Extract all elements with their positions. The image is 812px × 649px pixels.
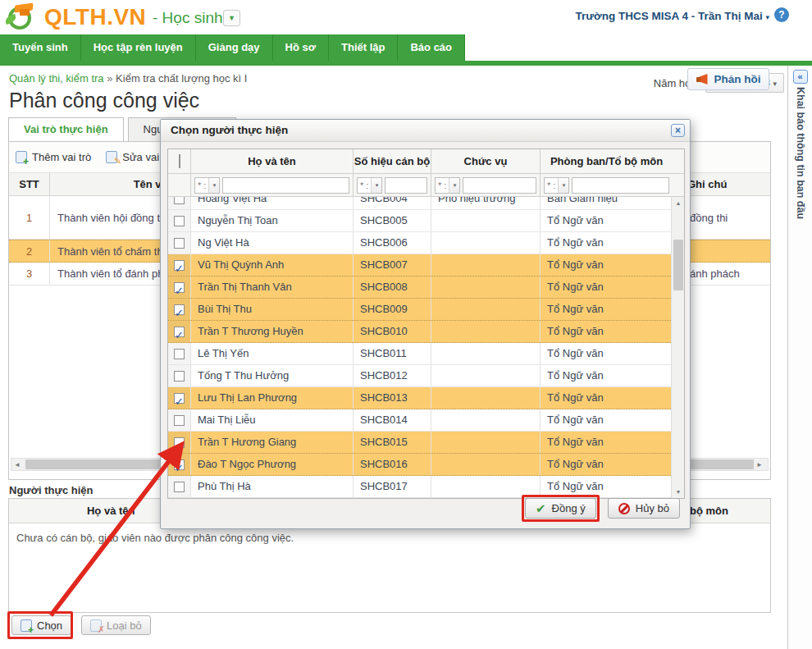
row-checkbox[interactable] (174, 349, 185, 359)
table-row[interactable]: Vũ Thị Quỳnh AnhSHCB007Tổ Ngữ văn (168, 254, 684, 277)
table-row[interactable]: Trần T Hương GiangSHCB015Tổ Ngữ văn (168, 432, 684, 454)
filter-input-position[interactable] (463, 177, 536, 194)
filter-operator-dropdown[interactable]: * :▾ (194, 177, 220, 194)
cell-name: Đào T Ngọc Phương (191, 454, 354, 475)
cell-note (677, 240, 772, 262)
filter-input-code[interactable] (385, 177, 427, 194)
filter-operator-dropdown[interactable]: * :▾ (357, 177, 382, 194)
table-row[interactable]: Mai Thị LiễuSHCB014Tổ Ngữ văn (168, 409, 684, 432)
scroll-left-icon[interactable]: ◄ (11, 461, 23, 468)
ok-button[interactable]: ✔ Đồng ý (525, 498, 596, 519)
cell-code: SHCB011 (354, 343, 431, 364)
row-checkbox[interactable] (174, 327, 185, 337)
cell-stt: 1 (9, 196, 50, 239)
table-row[interactable]: Lưu Thị Lan PhươngSHCB013Tổ Ngữ văn (168, 387, 684, 409)
add-icon: + (16, 151, 27, 163)
cell-code: SHCB013 (354, 387, 431, 409)
row-checkbox[interactable] (174, 437, 185, 448)
remove-icon: ✗ (90, 619, 102, 632)
breadcrumb-parent-link[interactable]: Quản lý thi, kiểm tra (9, 72, 104, 85)
nav-item-hoc-tap-ren-luyen[interactable]: Học tập rèn luyện (81, 34, 196, 61)
table-row[interactable]: Lê Thị YếnSHCB011Tổ Ngữ văn (168, 343, 684, 365)
table-row[interactable]: Đào T Ngọc PhươngSHCB016Tổ Ngữ văn (168, 454, 684, 476)
feedback-button[interactable]: Phản hồi (687, 68, 769, 90)
select-all-checkbox[interactable] (179, 154, 180, 168)
row-checkbox[interactable] (174, 260, 185, 271)
cell-stt: 3 (9, 263, 50, 285)
cell-position (431, 254, 541, 276)
tab-roles[interactable]: Vai trò thực hiện (8, 117, 124, 142)
sidebar-item-initial-declaration[interactable]: Khai báo thông tin ban đầu (795, 87, 806, 251)
cancel-button[interactable]: Hủy bỏ (608, 498, 680, 519)
cell-department: Tổ Ngữ văn (541, 210, 659, 231)
row-checkbox[interactable] (174, 459, 185, 470)
row-checkbox-cell[interactable] (168, 277, 191, 298)
row-checkbox[interactable] (174, 393, 185, 404)
table-row[interactable]: Trần T Thương HuyềnSHCB010Tổ Ngữ văn (168, 321, 684, 343)
scrollbar-thumb[interactable] (673, 240, 683, 290)
column-header-code: Số hiệu cán bộ (354, 149, 431, 173)
school-user-menu[interactable]: Trường THCS MISA 4 - Trần Thị Mai ▾ (576, 10, 769, 22)
row-checkbox-cell[interactable] (168, 254, 191, 276)
filter-input-department[interactable] (572, 177, 669, 194)
column-header-position: Chức vụ (431, 149, 541, 173)
table-row[interactable]: Nguyễn Thị ToanSHCB005Tổ Ngữ văn (168, 210, 684, 232)
cell-position (431, 321, 541, 342)
select-all-cell[interactable] (168, 149, 191, 173)
page-title: Phân công công việc (9, 89, 199, 112)
row-checkbox-cell[interactable] (168, 454, 191, 475)
table-row[interactable]: Ng Việt HàSHCB006Tổ Ngữ văn (168, 232, 684, 254)
row-checkbox-cell[interactable] (168, 232, 191, 254)
nav-item-giang-day[interactable]: Giảng dạy (196, 34, 273, 61)
filter-input-name[interactable] (222, 177, 349, 194)
table-row[interactable]: Trần Thị Thanh VânSHCB008Tổ Ngữ văn (168, 277, 684, 299)
table-row[interactable]: Tống T Thu HưởngSHCB012Tổ Ngữ văn (168, 365, 684, 387)
cell-name: Tống T Thu Hưởng (191, 365, 354, 386)
cell-name: Trần T Thương Huyền (191, 321, 354, 342)
nav-item-thiet-lap[interactable]: Thiết lập (329, 34, 398, 61)
filter-operator-dropdown[interactable]: * :▾ (435, 177, 460, 194)
cell-position (431, 277, 541, 298)
row-checkbox[interactable] (174, 415, 185, 426)
collapse-icon[interactable]: « (793, 70, 808, 84)
row-checkbox[interactable] (174, 482, 185, 492)
row-checkbox[interactable] (174, 371, 185, 382)
row-checkbox-cell[interactable] (168, 476, 191, 497)
cell-name: Hoàng Việt Hà (191, 197, 354, 209)
row-checkbox-cell[interactable] (168, 210, 191, 231)
row-checkbox-cell[interactable] (168, 432, 191, 453)
row-checkbox[interactable] (174, 238, 185, 249)
module-dropdown-button[interactable]: ▼ (223, 10, 240, 26)
cell-note: ánh phách (677, 263, 772, 285)
row-checkbox-cell[interactable] (168, 387, 191, 409)
cell-code: SHCB017 (354, 476, 431, 497)
checkmark-icon: ✔ (536, 502, 546, 514)
scroll-up-icon[interactable]: ▲ (672, 197, 684, 209)
row-checkbox-cell[interactable] (168, 343, 191, 364)
main-nav: Tuyển sinh Học tập rèn luyện Giảng dạy H… (0, 34, 812, 61)
nav-item-tuyen-sinh[interactable]: Tuyển sinh (0, 34, 81, 61)
row-checkbox[interactable] (174, 304, 185, 315)
people-table-header: Họ và tên Số hiệu cán bộ Chức vụ Phòng b… (168, 149, 684, 174)
add-role-button[interactable]: + Thêm vai trò (16, 151, 91, 163)
remove-button[interactable]: ✗ Loại bỏ (81, 615, 151, 635)
table-row[interactable]: Bùi Thị ThuSHCB009Tổ Ngữ văn (168, 299, 684, 321)
scroll-right-icon[interactable]: ► (754, 461, 765, 468)
row-checkbox-cell[interactable] (168, 409, 191, 431)
brand-text: QLTH.VN (44, 4, 146, 30)
filter-operator-dropdown[interactable]: * :▾ (544, 177, 569, 194)
row-checkbox-cell[interactable] (168, 197, 191, 209)
vertical-scrollbar[interactable]: ▲ ▼ (671, 197, 684, 498)
row-checkbox-cell[interactable] (168, 365, 191, 386)
row-checkbox[interactable] (174, 282, 185, 293)
row-checkbox-cell[interactable] (168, 299, 191, 320)
row-checkbox-cell[interactable] (168, 321, 191, 342)
nav-item-bao-cao[interactable]: Báo cáo (398, 34, 465, 61)
table-row[interactable]: Hoàng Việt HàSHCB004Phó hiệu trưởngBan G… (168, 197, 684, 210)
chevron-down-icon: ▾ (773, 80, 777, 88)
help-icon[interactable]: ? (774, 7, 789, 22)
nav-item-ho-so[interactable]: Hồ sơ (273, 34, 329, 61)
row-checkbox[interactable] (174, 216, 185, 226)
close-icon[interactable]: × (671, 124, 685, 137)
row-checkbox[interactable] (174, 197, 185, 204)
